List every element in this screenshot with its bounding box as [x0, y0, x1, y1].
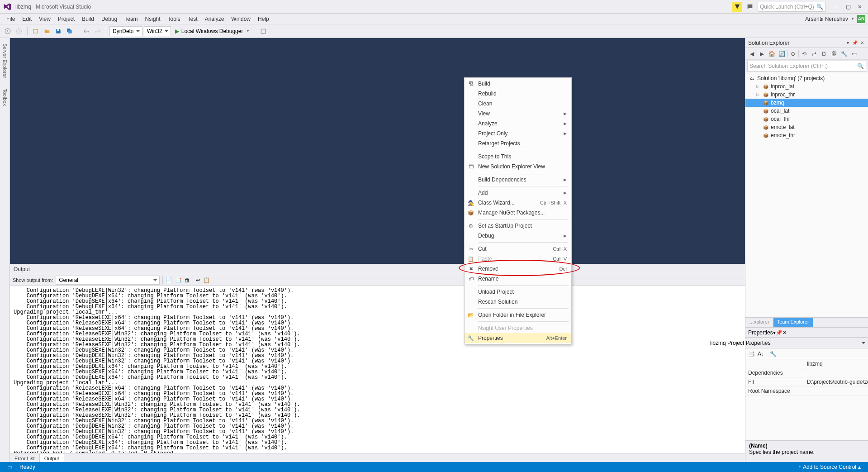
menu-team[interactable]: Team — [121, 14, 141, 24]
se-showall-icon[interactable]: 🗋 — [820, 49, 829, 58]
menu-analyze[interactable]: Analyze — [201, 14, 228, 24]
se-properties-icon[interactable]: 🔧 — [840, 49, 849, 58]
properties-header[interactable]: …libzmq Project Properties — [745, 338, 868, 348]
close-button[interactable]: ✕ — [854, 2, 865, 12]
cm-build-dependencies[interactable]: Build Dependencies▶ — [465, 175, 571, 185]
output-source-combo[interactable]: General — [56, 276, 160, 285]
menu-view[interactable]: View — [35, 14, 54, 24]
cm-scope-to-this[interactable]: Scope to This — [465, 152, 571, 162]
maximize-button[interactable]: ▢ — [843, 2, 854, 12]
prop-row[interactable]: Root Namespace — [745, 386, 868, 396]
menu-edit[interactable]: Edit — [19, 14, 35, 24]
menu-file[interactable]: File — [3, 14, 19, 24]
menu-help[interactable]: Help — [254, 14, 273, 24]
quick-launch-input[interactable]: Quick Launch (Ctrl+Q) 🔍 — [758, 2, 825, 12]
output-wrap-button[interactable]: ↩ — [196, 277, 200, 283]
menu-build[interactable]: Build — [78, 14, 98, 24]
cm-unload-project[interactable]: Unload Project — [465, 287, 571, 297]
cm-rename[interactable]: 🏷Rename — [465, 274, 571, 284]
prop-row[interactable]: Dependencies — [745, 368, 868, 377]
props-close-icon[interactable]: ✕ — [783, 329, 787, 336]
project-local_thr[interactable]: 📦ocal_thr — [745, 115, 868, 123]
se-preview-icon[interactable]: ▭ — [849, 49, 859, 58]
props-categorize-icon[interactable]: 📑 — [748, 351, 755, 357]
se-scope-icon[interactable]: ⊙ — [788, 49, 797, 58]
server-explorer-tab[interactable]: Server Explorer — [1, 41, 9, 81]
cm-open-folder-in-file-explorer[interactable]: 📂Open Folder in File Explorer — [465, 310, 571, 320]
cm-new-solution-explorer-view[interactable]: 🗔New Solution Explorer View — [465, 162, 571, 172]
cm-manage-nuget-packages-[interactable]: 📦Manage NuGet Packages... — [465, 208, 571, 218]
undo-button[interactable] — [81, 26, 91, 36]
panel-dropdown-icon[interactable]: ▾ — [844, 40, 851, 46]
project-inproc_lat[interactable]: ▷📦inproc_lat — [745, 82, 868, 91]
project-libzmq[interactable]: 📦bzmq — [745, 99, 868, 107]
start-debug-button[interactable]: ▶ Local Windows Debugger ▾ — [172, 26, 252, 36]
menu-project[interactable]: Project — [54, 14, 78, 24]
toolbar-extra-button[interactable] — [258, 26, 268, 36]
cm-class-wizard-[interactable]: 🧙Class Wizard...Ctrl+Shift+X — [465, 198, 571, 208]
output-copy-button[interactable]: 📋 — [203, 277, 210, 283]
panel-close-icon[interactable]: ✕ — [859, 40, 865, 46]
se-home-icon[interactable]: 🏠 — [767, 49, 776, 58]
feedback-icon[interactable] — [745, 2, 755, 12]
cm-debug[interactable]: Debug▶ — [465, 231, 571, 241]
solution-platform-combo[interactable]: Win32 — [144, 26, 171, 36]
cm-clean[interactable]: Clean — [465, 99, 571, 109]
toolbox-tab[interactable]: Toolbox — [1, 86, 9, 109]
new-project-button[interactable] — [31, 26, 41, 36]
output-clear-button[interactable]: 🗑 — [185, 277, 190, 283]
properties-grid[interactable]: libzmqDependenciesFilD:\projects\cotrib-… — [745, 359, 868, 440]
se-sync-icon[interactable]: 🔄 — [777, 49, 786, 58]
cm-project-only[interactable]: Project Only▶ — [465, 129, 571, 138]
menu-debug[interactable]: Debug — [98, 14, 121, 24]
solution-tree[interactable]: 🗂Solution 'libzmq' (7 projects)▷📦inproc_… — [745, 72, 868, 317]
prop-row[interactable]: FilD:\projects\cotrib-guide\zeromq — [745, 377, 868, 386]
output-content[interactable]: Configuration 'DebugLEXE|Win32': changin… — [10, 286, 745, 453]
output-find-button[interactable]: 📄 — [166, 277, 172, 283]
cm-cut[interactable]: ✂CutCtrl+X — [465, 244, 571, 254]
props-sort-icon[interactable]: A↓ — [758, 351, 764, 357]
se-refresh-icon[interactable]: ⟲ — [800, 49, 809, 58]
minimize-button[interactable]: ─ — [831, 2, 842, 12]
cm-properties[interactable]: 🔧PropertiesAlt+Enter — [465, 333, 571, 343]
cm-analyze[interactable]: Analyze▶ — [465, 119, 571, 129]
menu-nsight[interactable]: Nsight — [142, 14, 164, 24]
save-all-button[interactable] — [65, 26, 75, 36]
nav-forward-button[interactable] — [14, 26, 24, 36]
props-pin-icon[interactable]: 📌 — [776, 329, 783, 336]
solution-explorer-bottom-tab[interactable]: …xplorer — [745, 318, 773, 327]
error-list-tab[interactable]: Error List — [10, 454, 40, 462]
prop-row[interactable]: libzmq — [745, 359, 868, 368]
output-tab[interactable]: Output — [40, 454, 64, 462]
output-goto-button[interactable]: 📑 — [175, 277, 182, 283]
cm-remove[interactable]: ✖RemoveDel — [465, 264, 571, 274]
team-explorer-tab[interactable]: Team Explorer — [773, 318, 813, 327]
notification-icon[interactable] — [732, 2, 742, 12]
cm-rescan-solution[interactable]: Rescan Solution — [465, 297, 571, 307]
add-source-control[interactable]: ↑ Add to Source Control ▴ — [795, 464, 864, 470]
cm-add[interactable]: Add▶ — [465, 188, 571, 198]
open-button[interactable] — [42, 26, 52, 36]
save-button[interactable] — [53, 26, 63, 36]
se-collapse-icon[interactable]: ⇄ — [810, 49, 819, 58]
props-wrench-icon[interactable]: 🔧 — [770, 351, 777, 357]
panel-pin-icon[interactable]: 📌 — [852, 40, 858, 46]
account-area[interactable]: Arsentii Nerushev ▼ AN — [805, 15, 865, 23]
redo-button[interactable] — [93, 26, 103, 36]
menu-tools[interactable]: Tools — [164, 14, 184, 24]
menu-window[interactable]: Window — [228, 14, 254, 24]
cm-view[interactable]: View▶ — [465, 109, 571, 119]
solution-config-combo[interactable]: DynDebı — [109, 26, 142, 36]
cm-set-as-startup-project[interactable]: ⚙Set as StartUp Project — [465, 221, 571, 231]
se-fwd-icon[interactable]: ▶ — [757, 49, 766, 58]
cm-rebuild[interactable]: Rebuild — [465, 89, 571, 99]
project-local_lat[interactable]: 📦ocal_lat — [745, 107, 868, 115]
cm-build[interactable]: 🏗Build — [465, 79, 571, 89]
solution-search-input[interactable]: Search Solution Explorer (Ctrl+;) 🔍 — [747, 61, 866, 72]
project-remote_thr[interactable]: 📦emote_thr — [745, 131, 868, 139]
project-remote_lat[interactable]: 📦emote_lat — [745, 123, 868, 131]
cm-retarget-projects[interactable]: Retarget Projects — [465, 138, 571, 148]
menu-test[interactable]: Test — [184, 14, 201, 24]
nav-back-button[interactable] — [3, 26, 13, 36]
project-inproc_thr[interactable]: ▷📦inproc_thr — [745, 91, 868, 99]
